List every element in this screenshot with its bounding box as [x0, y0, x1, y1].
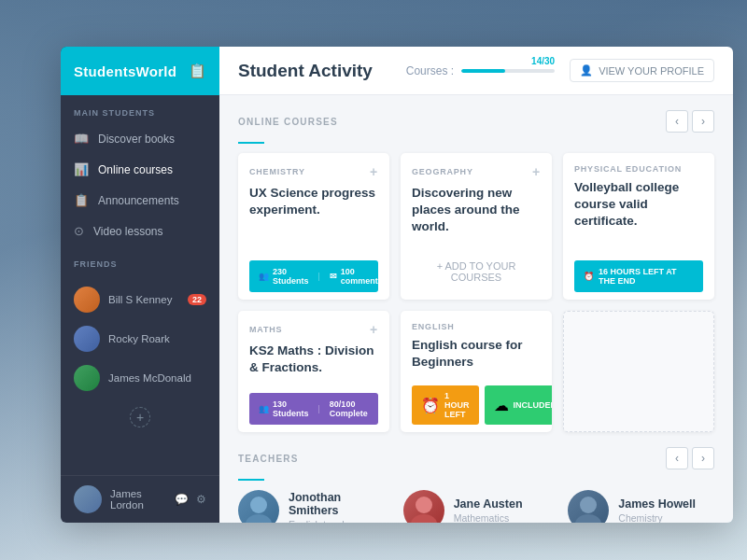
card-header: GEOGRAPHY + Discovering new places aroun…: [401, 153, 552, 244]
app-logo: StudentsWorld: [74, 63, 176, 79]
sidebar-item-discover-books[interactable]: 📖 Discover books: [61, 123, 219, 154]
teacher-avatar: [238, 490, 279, 523]
next-teachers-button[interactable]: ›: [692, 447, 714, 469]
avatar: [74, 326, 100, 352]
user-actions: 💬 ⚙: [175, 493, 206, 506]
teacher-avatar: [568, 490, 609, 523]
progress-track: [461, 69, 555, 73]
card-header: CHEMISTRY + UX Science progress experime…: [238, 153, 389, 253]
nav-label: Online courses: [98, 163, 173, 176]
message-icon[interactable]: 💬: [175, 493, 189, 506]
friend-item[interactable]: James McDonald: [61, 358, 219, 398]
progress-fill: [461, 69, 505, 73]
nav-label: Video lessons: [93, 225, 163, 238]
sidebar-bottom-user: James Lordon 💬 ⚙: [61, 475, 219, 523]
teachers-label: TEACHERS: [238, 454, 299, 464]
video-icon: ⊙: [74, 224, 84, 238]
nav-label: Discover books: [98, 133, 175, 146]
user-avatar: [74, 485, 102, 513]
main-students-label: MAIN STUDENTS: [61, 95, 219, 123]
teacher-info: James Howell Chemistry: [618, 497, 696, 523]
section-underline: [238, 479, 264, 481]
card-title: Volleyball college course valid certific…: [574, 179, 703, 231]
course-card-empty: [563, 311, 714, 432]
card-title: English course for Beginners: [412, 337, 541, 371]
add-course-icon[interactable]: +: [370, 164, 378, 179]
teachers-section-header: TEACHERS ‹ ›: [238, 447, 714, 469]
course-card-maths: MATHS + KS2 Maths : Division & Fractions…: [238, 311, 389, 432]
page-title: Student Activity: [238, 61, 391, 81]
card-stats-bar: 👥 130 Students | 80/100 Complete: [249, 393, 378, 425]
add-friend-button[interactable]: +: [130, 407, 150, 427]
add-course-icon[interactable]: +: [370, 322, 378, 337]
profile-icon: 👤: [580, 64, 593, 77]
view-profile-button[interactable]: 👤 VIEW YOUR PROFILE: [570, 59, 714, 82]
teacher-name: James Howell: [618, 497, 696, 511]
teacher-card: Jonothan Smithers English teacher: [238, 490, 385, 523]
teachers-nav-arrows: ‹ ›: [666, 447, 714, 469]
main-content: Student Activity Courses : 14/30 👤 VIEW …: [219, 47, 733, 523]
card-title: KS2 Maths : Division & Fractions.: [249, 343, 378, 376]
progress-bar-wrap: 14/30: [461, 69, 555, 73]
announce-icon: 📋: [74, 193, 89, 207]
teacher-name: Jane Austen: [454, 497, 523, 511]
view-profile-label: VIEW YOUR PROFILE: [599, 65, 704, 77]
svg-point-0: [250, 497, 267, 513]
main-header: Student Activity Courses : 14/30 👤 VIEW …: [219, 47, 733, 95]
card-subject: GEOGRAPHY +: [412, 164, 541, 179]
course-card-physical-education: PHYSICAL EDUCATION Volleyball college co…: [563, 153, 714, 300]
friend-name: Bill S Kenney: [108, 294, 179, 305]
courses-grid: CHEMISTRY + UX Science progress experime…: [238, 153, 714, 432]
card-footer: + ADD TO YOUR COURSES: [401, 244, 552, 300]
teacher-info: Jonothan Smithers English teacher: [289, 491, 385, 523]
prev-teachers-button[interactable]: ‹: [666, 447, 688, 469]
sidebar-item-video-lessons[interactable]: ⊙ Video lessons: [61, 216, 219, 246]
svg-point-4: [580, 497, 597, 513]
add-course-icon[interactable]: +: [532, 164, 541, 179]
card-header: MATHS + KS2 Maths : Division & Fractions…: [238, 311, 389, 385]
students-stat: 👥 230 Students: [259, 267, 309, 286]
book-icon: 📖: [74, 132, 89, 146]
next-courses-button[interactable]: ›: [692, 110, 714, 133]
card-subject: ENGLISH: [412, 322, 541, 331]
included-badge: ☁ INCLUDED: [485, 385, 553, 425]
svg-point-1: [246, 514, 272, 523]
teachers-grid: Jonothan Smithers English teacher Jane A…: [238, 490, 714, 523]
prev-courses-button[interactable]: ‹: [666, 110, 688, 133]
sidebar-item-online-courses[interactable]: 📊 Online courses: [61, 154, 219, 185]
teacher-subject: Mathematics: [454, 512, 523, 523]
notification-icon[interactable]: 📋: [189, 63, 206, 79]
teacher-subject: English teacher: [289, 519, 385, 523]
comments-stat: ✉ 100 comments: [330, 267, 383, 286]
complete-stat: 80/100 Complete: [330, 399, 369, 418]
friend-name: James McDonald: [108, 372, 206, 384]
card-subject: CHEMISTRY +: [249, 164, 378, 179]
students-icon: 👥: [259, 272, 269, 281]
cloud-icon: ☁: [494, 397, 509, 414]
online-courses-label: ONLINE COURSES: [238, 117, 338, 127]
add-to-courses-button[interactable]: + ADD TO YOUR COURSES: [412, 251, 541, 292]
sidebar-header: StudentsWorld 📋: [61, 47, 219, 95]
course-card-english: ENGLISH English course for Beginners ⏰ 1…: [401, 311, 552, 432]
online-courses-section-header: ONLINE COURSES ‹ ›: [238, 110, 714, 133]
avatar: [74, 365, 100, 391]
chart-icon: 📊: [74, 162, 89, 176]
nav-label: Announcements: [98, 194, 179, 207]
progress-label: 14/30: [531, 56, 555, 66]
sidebar-item-announcements[interactable]: 📋 Announcements: [61, 185, 219, 216]
teacher-card: Jane Austen Mathematics: [403, 490, 550, 523]
user-name: James Lordon: [110, 488, 166, 511]
course-card-geography: GEOGRAPHY + Discovering new places aroun…: [401, 153, 552, 300]
card-title: UX Science progress experiment.: [249, 185, 378, 218]
friend-item[interactable]: Bill S Kenney 22: [61, 280, 219, 319]
settings-icon[interactable]: ⚙: [196, 493, 206, 506]
svg-point-2: [416, 497, 432, 513]
teacher-avatar: [403, 490, 444, 523]
friend-item[interactable]: Rocky Roark: [61, 319, 219, 358]
card-title: Discovering new places around the world.: [412, 185, 541, 236]
message-badge: 22: [188, 294, 206, 305]
friend-name: Rocky Roark: [108, 333, 206, 344]
courses-nav-arrows: ‹ ›: [666, 110, 714, 133]
section-underline: [238, 142, 264, 144]
sidebar: StudentsWorld 📋 MAIN STUDENTS 📖 Discover…: [61, 47, 219, 523]
